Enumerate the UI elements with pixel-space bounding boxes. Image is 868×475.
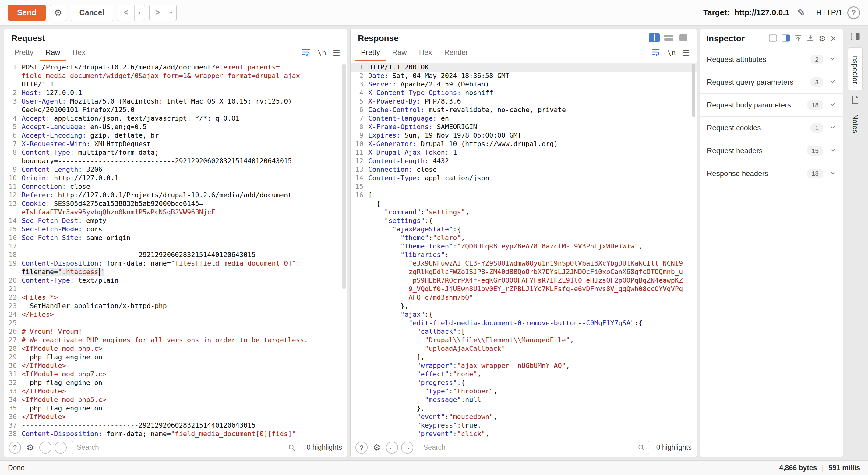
code-line: eIsHfaaETVr3av95yvbqQhzn0kom1P5wPcNSqB2V… (4, 208, 347, 217)
code-line: 2Host: 127.0.0.1 (4, 89, 347, 97)
chevron-down-icon[interactable] (829, 147, 836, 155)
inspector-section-request-attributes[interactable]: Request attributes2 (700, 48, 843, 71)
section-count-badge: 1 (810, 123, 823, 133)
history-forward-button[interactable]: > (150, 5, 166, 21)
code-line: "callback":[ (350, 327, 696, 336)
response-search-input[interactable] (419, 441, 649, 454)
code-line: "uploadAjaxCallback" (350, 344, 696, 353)
chevron-down-icon[interactable] (829, 169, 836, 178)
tab-raw[interactable]: Raw (386, 45, 413, 61)
code-line: 5Accept-Language: en-US,en;q=0.5 (4, 123, 347, 131)
tab-pretty[interactable]: Pretty (355, 45, 386, 61)
search-settings-gear-icon[interactable]: ⚙ (24, 442, 36, 454)
code-line: 8X-Frame-Options: SAMEORIGIN (350, 123, 696, 131)
code-line: 33</IfModule> (4, 387, 347, 395)
code-line: 12Content-Length: 4432 (350, 157, 696, 165)
inspector-close-icon[interactable]: ✕ (830, 35, 837, 43)
expand-all-icon[interactable] (806, 34, 814, 43)
search-next-icon[interactable]: → (401, 442, 413, 454)
code-line: 13Cookie: SESS05d4275ca1538832b5ab92000b… (4, 199, 347, 208)
dock-panel-icon[interactable] (848, 30, 862, 43)
chevron-down-icon[interactable] (829, 78, 836, 86)
target-label: Target: (703, 8, 730, 18)
inspector-section-request-body-parameters[interactable]: Request body parameters18 (700, 94, 843, 117)
code-line: 14Sec-Fetch-Dest: empty (4, 217, 347, 225)
code-line: "theme":"claro", (350, 233, 696, 242)
wrap-toggle-icon[interactable] (651, 48, 660, 58)
response-viewer[interactable]: 1HTTP/1.1 200 OK2Date: Sat, 04 May 2024 … (350, 61, 696, 438)
chevron-down-icon[interactable] (829, 55, 836, 63)
tab-pretty[interactable]: Pretty (8, 45, 40, 61)
code-line: 6Cache-Control: must-revalidate, no-cach… (350, 106, 696, 114)
search-prev-icon[interactable]: ← (386, 442, 398, 454)
tab-render[interactable]: Render (438, 45, 474, 61)
request-editor-menu-icon[interactable]: ☰ (333, 48, 340, 58)
code-line: 4X-Content-Type-Options: nosniff (350, 89, 696, 97)
code-line: "wrapper":"ajax-wrapper--nUGbUMnY-AQ", (350, 361, 696, 370)
code-line: }, (350, 302, 696, 310)
history-forward-dropdown-icon[interactable]: ▾ (166, 5, 176, 21)
request-editor[interactable]: 1POST /Projects/drupal-10.2.6/media/add/… (4, 61, 347, 438)
search-help-icon[interactable]: ? (355, 442, 368, 454)
code-line: 15Sec-Fetch-Mode: cors (4, 225, 347, 233)
inspector-section-response-headers[interactable]: Response headers13 (700, 162, 843, 185)
request-scrollbar[interactable] (342, 64, 346, 289)
response-time: 591 millis (828, 464, 860, 472)
code-line: "ajaxPageState":{ (350, 225, 696, 233)
request-highlights-count: 0 highlights (307, 443, 342, 451)
search-settings-gear-icon[interactable]: ⚙ (371, 442, 383, 454)
search-icon (638, 444, 645, 453)
search-next-icon[interactable]: → (55, 442, 67, 454)
workspace: Request PrettyRawHex \n ☰ 1POST /Project… (0, 26, 868, 461)
layout-single-icon[interactable] (678, 33, 689, 43)
help-icon[interactable]: ? (847, 6, 860, 19)
code-line: 29 php_flag engine on (4, 353, 347, 361)
edit-target-pencil-icon[interactable]: ✎ (794, 6, 808, 20)
response-panel-title: Response (358, 33, 399, 43)
tab-hex[interactable]: Hex (413, 45, 438, 61)
collapse-all-icon[interactable] (794, 34, 802, 43)
send-button[interactable]: Send (8, 5, 46, 21)
code-line: ], (350, 353, 696, 361)
response-editor-menu-icon[interactable]: ☰ (683, 48, 690, 58)
chevron-down-icon[interactable] (829, 101, 836, 109)
code-line: 27# We reactivate PHP engines for all ve… (4, 336, 347, 344)
side-tab-inspector[interactable]: Inspector (848, 48, 863, 90)
tab-hex[interactable]: Hex (66, 45, 92, 61)
inspector-title: Inspector (706, 34, 745, 43)
response-scrollbar[interactable] (692, 64, 695, 117)
newline-toggle-icon[interactable]: \n (667, 49, 676, 57)
code-line: 8Content-Type: multipart/form-data; (4, 148, 347, 157)
code-line: 12Referer: http://127.0.0.1/Projects/dru… (4, 191, 347, 199)
request-search-input[interactable] (72, 441, 299, 454)
inspector-settings-gear-icon[interactable]: ⚙ (819, 35, 826, 43)
cancel-button[interactable]: Cancel (71, 5, 113, 21)
code-line: Gecko/20100101 Firefox/125.0 (4, 106, 347, 114)
tab-raw[interactable]: Raw (40, 45, 66, 61)
code-line: 28<IfModule mod_php.c> (4, 344, 347, 353)
send-settings-gear-icon[interactable]: ⚙ (50, 5, 66, 21)
chevron-down-icon[interactable] (829, 124, 836, 132)
inspector-section-request-headers[interactable]: Request headers15 (700, 139, 843, 162)
section-count-badge: 13 (807, 169, 823, 179)
history-back-dropdown-icon[interactable]: ▾ (134, 5, 145, 21)
layout-columns-icon[interactable] (648, 33, 660, 43)
status-text: Done (8, 464, 25, 472)
section-label: Request headers (707, 147, 807, 155)
inspector-section-request-query-parameters[interactable]: Request query parameters3 (700, 71, 843, 94)
inspector-view-right-icon[interactable] (781, 34, 790, 43)
code-line: 34<IfModule mod_php5.c> (4, 395, 347, 404)
inspector-section-request-cookies[interactable]: Request cookies1 (700, 117, 843, 139)
history-back-button[interactable]: < (118, 5, 134, 21)
search-prev-icon[interactable]: ← (39, 442, 52, 454)
code-line: "Drupal\\file\\Element\\ManagedFile", (350, 336, 696, 344)
search-help-icon[interactable]: ? (9, 442, 21, 454)
newline-toggle-icon[interactable]: \n (318, 49, 326, 57)
code-line: 25 (4, 319, 347, 327)
section-label: Request attributes (707, 55, 810, 64)
wrap-toggle-icon[interactable] (301, 48, 311, 58)
side-tab-notes[interactable]: Notes (848, 95, 863, 139)
inspector-view-split-icon[interactable] (769, 34, 777, 43)
layout-rows-icon[interactable] (663, 33, 675, 43)
code-line: 7X-Requested-With: XMLHttpRequest (4, 140, 347, 148)
